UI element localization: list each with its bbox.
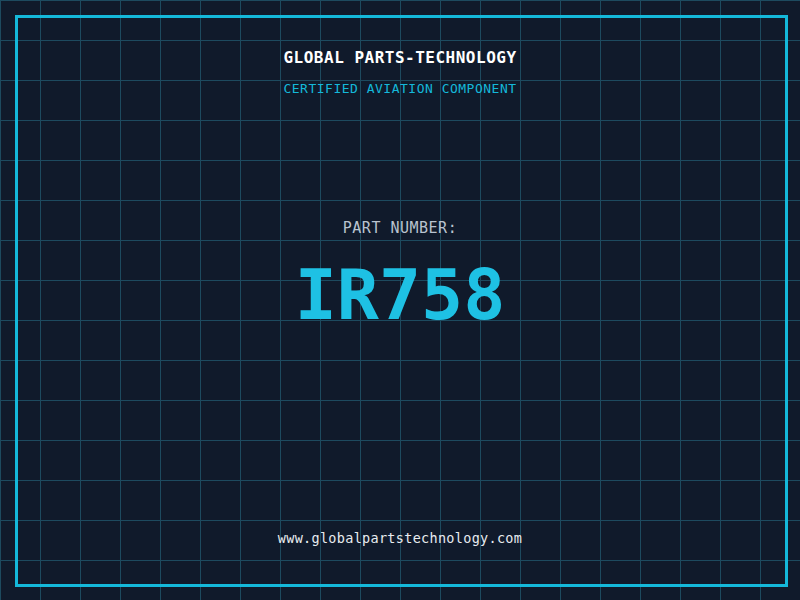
part-label-page: { "theme": { "background_color": "#101a2… (0, 0, 800, 600)
part-number-label: PART NUMBER: (0, 219, 800, 237)
website-url: www.globalpartstechnology.com (0, 530, 800, 546)
brand-title: GLOBAL PARTS-TECHNOLOGY (0, 48, 800, 67)
part-number-value: IR758 (0, 259, 800, 331)
certification-tagline: CERTIFIED AVIATION COMPONENT (0, 81, 800, 96)
